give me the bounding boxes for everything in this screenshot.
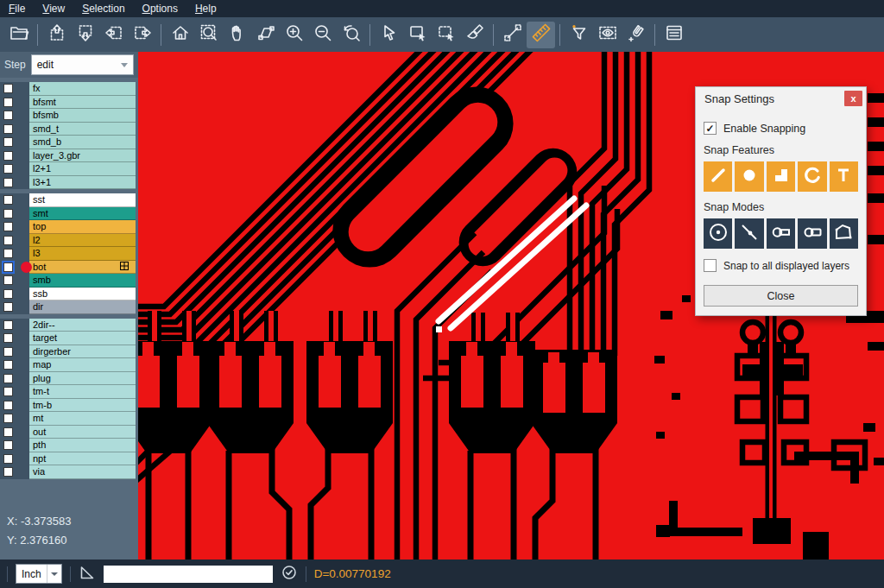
layer-cell[interactable]: out	[29, 426, 136, 439]
layer-checkbox[interactable]	[3, 302, 13, 312]
layer-checkbox[interactable]	[3, 320, 13, 330]
layer-checkbox[interactable]	[3, 137, 13, 147]
layer-checkbox[interactable]	[3, 427, 13, 437]
open-button[interactable]	[4, 22, 33, 48]
close-button[interactable]: Close	[704, 285, 858, 307]
layer-checkbox[interactable]	[3, 414, 13, 423]
shift-right-button[interactable]	[128, 22, 156, 48]
snap-feature-corner-button[interactable]	[767, 161, 795, 192]
layer-cell[interactable]: l2	[29, 234, 136, 248]
layer-checkbox[interactable]	[3, 249, 13, 258]
pan-button[interactable]	[223, 22, 251, 48]
layer-cell[interactable]: smt	[29, 207, 136, 221]
enable-snapping-checkbox[interactable]: ✓	[704, 122, 717, 135]
view-options-button[interactable]	[593, 22, 622, 48]
snap-all-layers-checkbox[interactable]	[704, 259, 717, 272]
filter-button[interactable]	[565, 22, 593, 48]
layer-checkbox[interactable]	[3, 222, 13, 231]
layer-checkbox[interactable]	[3, 151, 13, 161]
layer-cell[interactable]: map	[29, 358, 136, 372]
menu-help[interactable]: Help	[186, 1, 225, 16]
home-view-button[interactable]	[166, 22, 194, 48]
layer-cell[interactable]: via	[29, 465, 136, 479]
layer-checkbox[interactable]	[3, 164, 13, 174]
snap-feature-pad-button[interactable]	[735, 161, 763, 192]
angle-measure-icon[interactable]	[79, 564, 96, 585]
layer-cell[interactable]: smd_b	[29, 136, 136, 149]
layer-cell[interactable]: mt	[29, 412, 136, 426]
snap-mode-center-button[interactable]	[704, 218, 732, 249]
zoom-out-button[interactable]	[308, 22, 337, 48]
snap-mode-slot-left-button[interactable]	[767, 218, 795, 249]
snap-feature-arc-button[interactable]	[798, 161, 826, 192]
layer-cell[interactable]: tm-t	[29, 385, 136, 399]
layer-cell[interactable]: smb	[29, 274, 136, 288]
unit-select[interactable]: Inch	[16, 564, 62, 584]
snap-button[interactable]	[622, 22, 650, 48]
zoom-in-button[interactable]	[280, 22, 308, 48]
layer-cell[interactable]: pth	[29, 439, 136, 452]
layer-cell[interactable]: 2dir--	[29, 319, 136, 332]
layer-checkbox[interactable]	[3, 195, 13, 205]
layer-checkbox[interactable]	[3, 124, 13, 134]
layer-checkbox[interactable]	[3, 262, 13, 272]
layer-cell[interactable]: npt	[29, 452, 136, 466]
layer-cell[interactable]: dirgerber	[29, 345, 136, 359]
zoom-polygon-button[interactable]	[251, 22, 280, 48]
measure-ruler-button[interactable]	[527, 22, 555, 48]
layer-cell[interactable]: plug	[29, 372, 136, 386]
snap-feature-text-button[interactable]	[830, 161, 858, 192]
layer-checkbox[interactable]	[3, 440, 13, 450]
draw-line-button[interactable]	[498, 22, 527, 48]
select-group-button[interactable]	[432, 22, 460, 48]
layer-cell[interactable]: l2+1	[29, 162, 136, 176]
command-input[interactable]	[104, 566, 273, 583]
layer-checkbox[interactable]	[3, 236, 13, 245]
grid-icon[interactable]	[120, 262, 129, 270]
layer-cell[interactable]: ssb	[29, 288, 136, 301]
step-select[interactable]: edit	[31, 54, 134, 75]
layer-checkbox[interactable]	[3, 347, 13, 357]
select-rect-button[interactable]	[403, 22, 432, 48]
confirm-circle-icon[interactable]	[281, 564, 298, 585]
layer-checkbox[interactable]	[3, 98, 13, 107]
shift-down-button[interactable]	[71, 22, 99, 48]
menu-view[interactable]: View	[34, 1, 73, 16]
clear-brush-button[interactable]	[460, 22, 489, 48]
layer-checkbox[interactable]	[3, 84, 13, 93]
layer-checkbox[interactable]	[3, 111, 13, 120]
snap-mode-line-point-button[interactable]	[735, 218, 763, 249]
menu-options[interactable]: Options	[134, 1, 186, 16]
layer-checkbox[interactable]	[3, 401, 13, 410]
layer-cell[interactable]: smd_t	[29, 123, 136, 136]
layer-checkbox[interactable]	[3, 178, 13, 187]
layer-checkbox[interactable]	[3, 289, 13, 299]
layer-checkbox[interactable]	[3, 387, 13, 396]
snap-feature-line-button[interactable]	[704, 161, 732, 192]
shift-up-button[interactable]	[42, 22, 71, 48]
layer-cell[interactable]: top	[29, 220, 136, 234]
snap-mode-slot-right-button[interactable]	[798, 218, 826, 249]
dialog-titlebar[interactable]: Snap Settings x	[696, 87, 866, 110]
menu-file[interactable]: File	[0, 1, 34, 16]
layer-cell[interactable]: target	[29, 332, 136, 345]
zoom-area-button[interactable]	[194, 22, 223, 48]
layer-checkbox[interactable]	[3, 209, 13, 218]
layer-cell[interactable]: fx	[29, 82, 136, 96]
layer-cell[interactable]: l3	[29, 247, 136, 261]
dialog-close-button[interactable]: x	[844, 91, 862, 106]
shift-left-button[interactable]	[99, 22, 128, 48]
layer-cell[interactable]: sst	[29, 193, 136, 207]
layer-checkbox[interactable]	[3, 454, 13, 464]
layer-cell[interactable]: bfsmt	[29, 96, 136, 110]
layer-checkbox[interactable]	[3, 275, 13, 285]
layer-checkbox[interactable]	[3, 374, 13, 383]
trace-handle[interactable]	[436, 326, 442, 332]
layer-checkbox[interactable]	[3, 467, 13, 477]
layer-checkbox[interactable]	[3, 360, 13, 370]
layer-cell[interactable]: l3+1	[29, 176, 136, 190]
layer-cell[interactable]: tm-b	[29, 399, 136, 413]
select-cursor-button[interactable]	[375, 22, 403, 48]
layer-cell[interactable]: dir	[29, 300, 136, 314]
layer-panel-button[interactable]	[660, 22, 688, 48]
